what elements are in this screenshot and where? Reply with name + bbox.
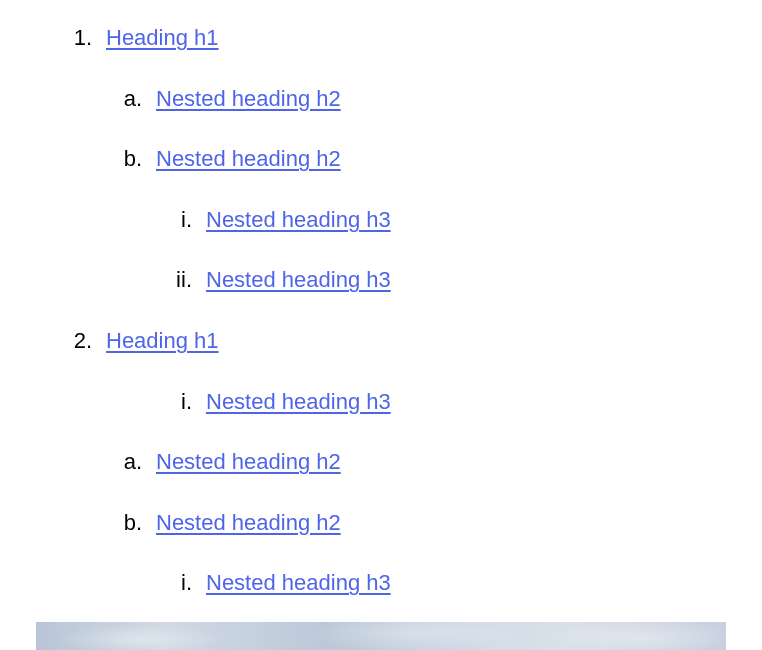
toc-link-h3[interactable]: Nested heading h3 [206, 569, 391, 598]
toc-marker: i. [36, 569, 206, 598]
toc-link-h2[interactable]: Nested heading h2 [156, 509, 341, 538]
toc-item: i. Nested heading h3 [36, 569, 726, 598]
toc-link-h1[interactable]: Heading h1 [106, 24, 219, 53]
toc-marker: a. [36, 85, 156, 114]
toc-marker: ii. [36, 266, 206, 295]
toc-marker: 1. [36, 24, 106, 53]
toc-link-h1[interactable]: Heading h1 [106, 327, 219, 356]
toc-link-h3[interactable]: Nested heading h3 [206, 388, 391, 417]
toc-item: b. Nested heading h2 [36, 509, 726, 538]
toc-marker: b. [36, 145, 156, 174]
toc-item: i. Nested heading h3 [36, 206, 726, 235]
toc-marker: i. [36, 206, 206, 235]
toc-item: i. Nested heading h3 [36, 388, 726, 417]
toc-marker: a. [36, 448, 156, 477]
toc-item: 2. Heading h1 [36, 327, 726, 356]
toc-marker: i. [36, 388, 206, 417]
toc-item: a. Nested heading h2 [36, 85, 726, 114]
toc-link-h3[interactable]: Nested heading h3 [206, 206, 391, 235]
toc-item: a. Nested heading h2 [36, 448, 726, 477]
toc-link-h2[interactable]: Nested heading h2 [156, 85, 341, 114]
toc-link-h2[interactable]: Nested heading h2 [156, 448, 341, 477]
toc-marker: b. [36, 509, 156, 538]
toc-item: 1. Heading h1 [36, 24, 726, 53]
banner-image [36, 622, 726, 650]
toc-link-h3[interactable]: Nested heading h3 [206, 266, 391, 295]
toc-link-h2[interactable]: Nested heading h2 [156, 145, 341, 174]
toc-item: b. Nested heading h2 [36, 145, 726, 174]
toc-marker: 2. [36, 327, 106, 356]
toc-item: ii. Nested heading h3 [36, 266, 726, 295]
table-of-contents: 1. Heading h1 a. Nested heading h2 b. Ne… [0, 0, 762, 598]
